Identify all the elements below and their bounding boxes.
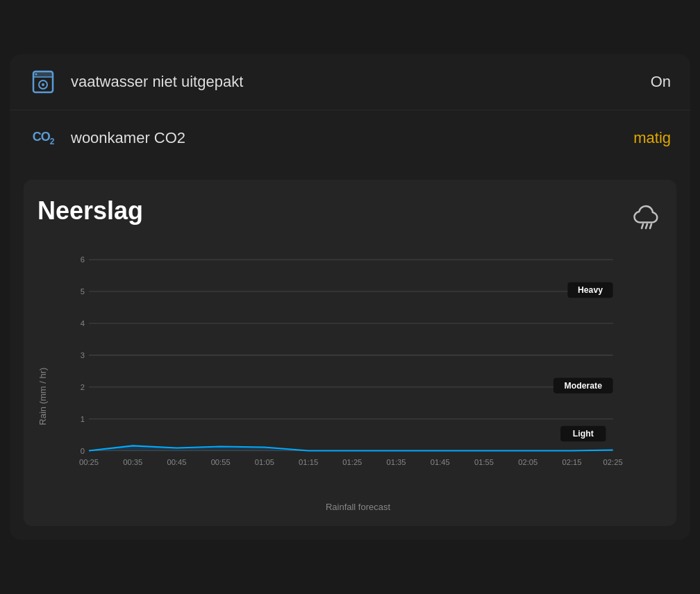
svg-text:Moderate: Moderate	[565, 381, 603, 391]
svg-text:00:45: 00:45	[167, 458, 186, 466]
co2-label: woonkamer CO2	[71, 129, 633, 147]
main-card: vaatwasser niet uitgepakt On CO2 woonkam…	[10, 54, 690, 540]
chart-body: 6 5 4 3 2 1	[53, 253, 662, 512]
svg-text:1: 1	[81, 415, 85, 423]
svg-text:00:35: 00:35	[123, 458, 142, 466]
chart-inner: Rain (mm / hr) 6 5 4	[38, 253, 662, 512]
co2-item[interactable]: CO2 woonkamer CO2 matig	[10, 110, 690, 166]
chart-header: Neerslag	[38, 196, 662, 239]
dishwasher-icon	[29, 68, 57, 96]
svg-text:01:05: 01:05	[255, 458, 274, 466]
svg-text:01:15: 01:15	[299, 458, 318, 466]
dishwasher-label: vaatwasser niet uitgepakt	[71, 73, 651, 91]
svg-point-5	[35, 74, 38, 76]
chart-title: Neerslag	[38, 196, 143, 226]
dishwasher-value: On	[651, 73, 671, 91]
chart-svg: 6 5 4 3 2 1	[53, 253, 662, 493]
svg-text:5: 5	[81, 287, 85, 296]
y-axis-label: Rain (mm / hr)	[38, 253, 48, 512]
svg-text:01:35: 01:35	[387, 458, 406, 466]
svg-text:Light: Light	[573, 429, 594, 439]
svg-line-7	[646, 224, 647, 228]
svg-text:00:55: 00:55	[211, 458, 231, 466]
co2-value: matig	[633, 129, 671, 147]
svg-text:4: 4	[81, 319, 85, 328]
x-axis-label: Rainfall forecast	[53, 502, 662, 512]
svg-text:3: 3	[81, 351, 85, 359]
dishwasher-item[interactable]: vaatwasser niet uitgepakt On	[10, 54, 690, 110]
svg-text:01:45: 01:45	[431, 458, 450, 466]
co2-icon: CO2	[33, 130, 54, 146]
svg-text:00:25: 00:25	[79, 458, 99, 466]
co2-icon-container: CO2	[29, 124, 57, 152]
svg-text:02:15: 02:15	[562, 458, 581, 466]
svg-text:2: 2	[81, 383, 85, 391]
svg-text:01:25: 01:25	[342, 458, 362, 466]
svg-text:02:05: 02:05	[518, 458, 538, 466]
svg-line-6	[642, 224, 643, 228]
chart-section: Neerslag Rain (mm / hr)	[24, 180, 676, 526]
svg-line-8	[650, 224, 651, 228]
svg-point-4	[42, 83, 44, 86]
svg-text:6: 6	[81, 255, 85, 264]
svg-text:02:25: 02:25	[603, 458, 623, 466]
cloud-rain-icon	[629, 199, 662, 239]
svg-text:0: 0	[81, 447, 85, 455]
svg-text:01:55: 01:55	[474, 458, 494, 466]
svg-text:Heavy: Heavy	[578, 285, 603, 295]
